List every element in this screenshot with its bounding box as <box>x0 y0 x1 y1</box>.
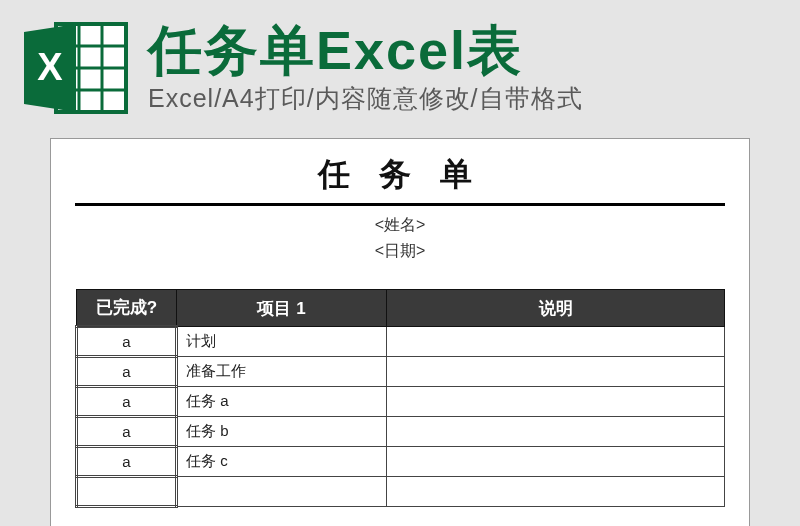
cell-project: 任务 c <box>177 447 387 477</box>
cell-project <box>177 477 387 507</box>
cell-description <box>387 447 725 477</box>
page-subtitle: Excel/A4打印/内容随意修改/自带格式 <box>148 82 583 115</box>
cell-description <box>387 417 725 447</box>
table-row: a 计划 <box>77 327 725 357</box>
name-placeholder: <姓名> <box>75 212 725 238</box>
spreadsheet-preview: 任 务 单 <姓名> <日期> 已完成? 项目 1 说明 a 计划 a 准备工作 <box>50 138 750 526</box>
table-row: a 任务 a <box>77 387 725 417</box>
page-title: 任务单Excel表 <box>148 21 583 80</box>
cell-project: 计划 <box>177 327 387 357</box>
excel-icon: X <box>20 18 130 118</box>
cell-description <box>387 477 725 507</box>
title-block: 任务单Excel表 Excel/A4打印/内容随意修改/自带格式 <box>148 21 583 115</box>
table-row: a 任务 c <box>77 447 725 477</box>
cell-done: a <box>77 327 177 357</box>
cell-done: a <box>77 417 177 447</box>
svg-text:X: X <box>37 46 63 88</box>
sheet-title: 任 务 单 <box>75 153 725 203</box>
cell-done <box>77 477 177 507</box>
cell-description <box>387 387 725 417</box>
table-row <box>77 477 725 507</box>
column-header-description: 说明 <box>387 290 725 327</box>
cell-description <box>387 327 725 357</box>
cell-done: a <box>77 387 177 417</box>
meta-block: <姓名> <日期> <box>75 212 725 263</box>
task-table: 已完成? 项目 1 说明 a 计划 a 准备工作 a 任务 a a <box>75 289 725 508</box>
cell-project: 准备工作 <box>177 357 387 387</box>
cell-project: 任务 a <box>177 387 387 417</box>
cell-done: a <box>77 447 177 477</box>
table-header-row: 已完成? 项目 1 说明 <box>77 290 725 327</box>
table-row: a 准备工作 <box>77 357 725 387</box>
title-divider <box>75 203 725 206</box>
cell-description <box>387 357 725 387</box>
header-bar: X 任务单Excel表 Excel/A4打印/内容随意修改/自带格式 <box>0 0 800 130</box>
column-header-project: 项目 1 <box>177 290 387 327</box>
column-header-done: 已完成? <box>77 290 177 327</box>
table-row: a 任务 b <box>77 417 725 447</box>
cell-project: 任务 b <box>177 417 387 447</box>
date-placeholder: <日期> <box>75 238 725 264</box>
cell-done: a <box>77 357 177 387</box>
